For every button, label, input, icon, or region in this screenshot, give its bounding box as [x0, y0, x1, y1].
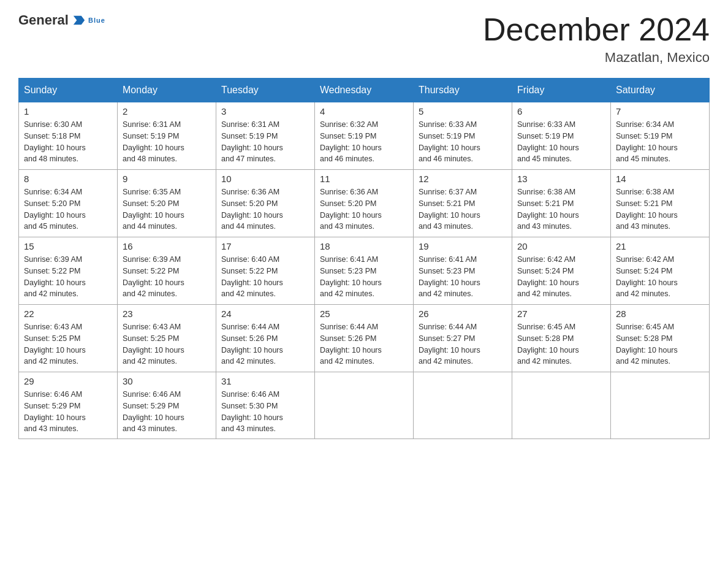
page-header: General Blue December 2024 Mazatlan, Mex… [18, 12, 710, 66]
day-number: 3 [221, 106, 309, 117]
weekday-header-wednesday: Wednesday [315, 79, 414, 102]
day-number: 9 [123, 174, 211, 184]
calendar-cell: 16 Sunrise: 6:39 AM Sunset: 5:22 PM Dayl… [118, 237, 216, 305]
weekday-header-row: SundayMondayTuesdayWednesdayThursdayFrid… [19, 79, 710, 102]
calendar-cell: 2 Sunrise: 6:31 AM Sunset: 5:19 PM Dayli… [118, 102, 216, 170]
calendar-cell: 13 Sunrise: 6:38 AM Sunset: 5:21 PM Dayl… [512, 170, 611, 237]
day-info: Sunrise: 6:45 AM Sunset: 5:28 PM Dayligh… [616, 321, 704, 367]
day-info: Sunrise: 6:40 AM Sunset: 5:22 PM Dayligh… [221, 254, 309, 300]
calendar-table: SundayMondayTuesdayWednesdayThursdayFrid… [18, 78, 710, 439]
calendar-cell: 7 Sunrise: 6:34 AM Sunset: 5:19 PM Dayli… [611, 102, 710, 170]
day-number: 28 [616, 308, 704, 319]
day-info: Sunrise: 6:36 AM Sunset: 5:20 PM Dayligh… [221, 186, 309, 232]
month-title: December 2024 [483, 12, 710, 47]
calendar-cell: 14 Sunrise: 6:38 AM Sunset: 5:21 PM Dayl… [611, 170, 710, 237]
day-number: 15 [24, 241, 112, 251]
day-number: 5 [419, 106, 507, 117]
day-number: 29 [24, 376, 112, 386]
weekday-header-monday: Monday [118, 79, 216, 102]
day-number: 1 [24, 106, 112, 117]
day-number: 8 [24, 174, 112, 184]
calendar-cell: 22 Sunrise: 6:43 AM Sunset: 5:25 PM Dayl… [19, 305, 118, 372]
day-number: 7 [616, 106, 704, 117]
logo-text-blue: Blue [88, 17, 105, 24]
day-number: 27 [517, 308, 605, 319]
day-info: Sunrise: 6:43 AM Sunset: 5:25 PM Dayligh… [24, 321, 112, 367]
calendar-cell [611, 372, 710, 439]
day-number: 23 [123, 308, 211, 319]
day-number: 4 [320, 106, 408, 117]
calendar-cell: 1 Sunrise: 6:30 AM Sunset: 5:18 PM Dayli… [19, 102, 118, 170]
day-info: Sunrise: 6:33 AM Sunset: 5:19 PM Dayligh… [419, 119, 507, 165]
calendar-cell [315, 372, 414, 439]
day-number: 2 [123, 106, 211, 117]
day-info: Sunrise: 6:43 AM Sunset: 5:25 PM Dayligh… [123, 321, 211, 367]
calendar-cell: 8 Sunrise: 6:34 AM Sunset: 5:20 PM Dayli… [19, 170, 118, 237]
calendar-cell: 31 Sunrise: 6:46 AM Sunset: 5:30 PM Dayl… [216, 372, 315, 439]
day-number: 6 [517, 106, 605, 117]
day-info: Sunrise: 6:42 AM Sunset: 5:24 PM Dayligh… [616, 254, 704, 300]
day-number: 21 [616, 241, 704, 251]
calendar-cell: 24 Sunrise: 6:44 AM Sunset: 5:26 PM Dayl… [216, 305, 315, 372]
calendar-cell: 6 Sunrise: 6:33 AM Sunset: 5:19 PM Dayli… [512, 102, 611, 170]
day-number: 31 [221, 376, 309, 386]
day-number: 10 [221, 174, 309, 184]
logo[interactable]: General Blue [18, 12, 105, 28]
calendar-cell [512, 372, 611, 439]
calendar-cell: 10 Sunrise: 6:36 AM Sunset: 5:20 PM Dayl… [216, 170, 315, 237]
calendar-cell: 4 Sunrise: 6:32 AM Sunset: 5:19 PM Dayli… [315, 102, 414, 170]
day-info: Sunrise: 6:35 AM Sunset: 5:20 PM Dayligh… [123, 186, 211, 232]
weekday-header-friday: Friday [512, 79, 611, 102]
title-section: December 2024 Mazatlan, Mexico [483, 12, 710, 66]
day-info: Sunrise: 6:31 AM Sunset: 5:19 PM Dayligh… [123, 119, 211, 165]
calendar-cell: 23 Sunrise: 6:43 AM Sunset: 5:25 PM Dayl… [118, 305, 216, 372]
day-info: Sunrise: 6:34 AM Sunset: 5:19 PM Dayligh… [616, 119, 704, 165]
calendar-cell: 18 Sunrise: 6:41 AM Sunset: 5:23 PM Dayl… [315, 237, 414, 305]
calendar-cell: 21 Sunrise: 6:42 AM Sunset: 5:24 PM Dayl… [611, 237, 710, 305]
day-number: 24 [221, 308, 309, 319]
day-number: 25 [320, 308, 408, 319]
calendar-cell: 11 Sunrise: 6:36 AM Sunset: 5:20 PM Dayl… [315, 170, 414, 237]
day-number: 14 [616, 174, 704, 184]
day-info: Sunrise: 6:37 AM Sunset: 5:21 PM Dayligh… [419, 186, 507, 232]
calendar-cell [414, 372, 512, 439]
day-info: Sunrise: 6:33 AM Sunset: 5:19 PM Dayligh… [517, 119, 605, 165]
day-number: 17 [221, 241, 309, 251]
logo-arrow-icon [72, 13, 86, 27]
calendar-cell: 3 Sunrise: 6:31 AM Sunset: 5:19 PM Dayli… [216, 102, 315, 170]
calendar-cell: 27 Sunrise: 6:45 AM Sunset: 5:28 PM Dayl… [512, 305, 611, 372]
day-number: 16 [123, 241, 211, 251]
day-info: Sunrise: 6:32 AM Sunset: 5:19 PM Dayligh… [320, 119, 408, 165]
day-info: Sunrise: 6:38 AM Sunset: 5:21 PM Dayligh… [616, 186, 704, 232]
day-info: Sunrise: 6:31 AM Sunset: 5:19 PM Dayligh… [221, 119, 309, 165]
calendar-week-row: 29 Sunrise: 6:46 AM Sunset: 5:29 PM Dayl… [19, 372, 710, 439]
day-number: 30 [123, 376, 211, 386]
calendar-cell: 28 Sunrise: 6:45 AM Sunset: 5:28 PM Dayl… [611, 305, 710, 372]
weekday-header-saturday: Saturday [611, 79, 710, 102]
day-info: Sunrise: 6:39 AM Sunset: 5:22 PM Dayligh… [24, 254, 112, 300]
day-number: 18 [320, 241, 408, 251]
calendar-cell: 20 Sunrise: 6:42 AM Sunset: 5:24 PM Dayl… [512, 237, 611, 305]
location: Mazatlan, Mexico [483, 50, 710, 66]
day-number: 20 [517, 241, 605, 251]
calendar-cell: 12 Sunrise: 6:37 AM Sunset: 5:21 PM Dayl… [414, 170, 512, 237]
calendar-cell: 15 Sunrise: 6:39 AM Sunset: 5:22 PM Dayl… [19, 237, 118, 305]
day-info: Sunrise: 6:41 AM Sunset: 5:23 PM Dayligh… [320, 254, 408, 300]
calendar-cell: 26 Sunrise: 6:44 AM Sunset: 5:27 PM Dayl… [414, 305, 512, 372]
day-info: Sunrise: 6:45 AM Sunset: 5:28 PM Dayligh… [517, 321, 605, 367]
day-number: 13 [517, 174, 605, 184]
day-number: 22 [24, 308, 112, 319]
day-info: Sunrise: 6:46 AM Sunset: 5:29 PM Dayligh… [24, 389, 112, 435]
calendar-week-row: 15 Sunrise: 6:39 AM Sunset: 5:22 PM Dayl… [19, 237, 710, 305]
day-info: Sunrise: 6:46 AM Sunset: 5:29 PM Dayligh… [123, 389, 211, 435]
day-number: 19 [419, 241, 507, 251]
calendar-cell: 9 Sunrise: 6:35 AM Sunset: 5:20 PM Dayli… [118, 170, 216, 237]
day-info: Sunrise: 6:30 AM Sunset: 5:18 PM Dayligh… [24, 119, 112, 165]
day-info: Sunrise: 6:44 AM Sunset: 5:26 PM Dayligh… [221, 321, 309, 367]
svg-marker-0 [74, 16, 85, 25]
calendar-cell: 19 Sunrise: 6:41 AM Sunset: 5:23 PM Dayl… [414, 237, 512, 305]
day-info: Sunrise: 6:38 AM Sunset: 5:21 PM Dayligh… [517, 186, 605, 232]
weekday-header-thursday: Thursday [414, 79, 512, 102]
day-info: Sunrise: 6:36 AM Sunset: 5:20 PM Dayligh… [320, 186, 408, 232]
day-info: Sunrise: 6:39 AM Sunset: 5:22 PM Dayligh… [123, 254, 211, 300]
